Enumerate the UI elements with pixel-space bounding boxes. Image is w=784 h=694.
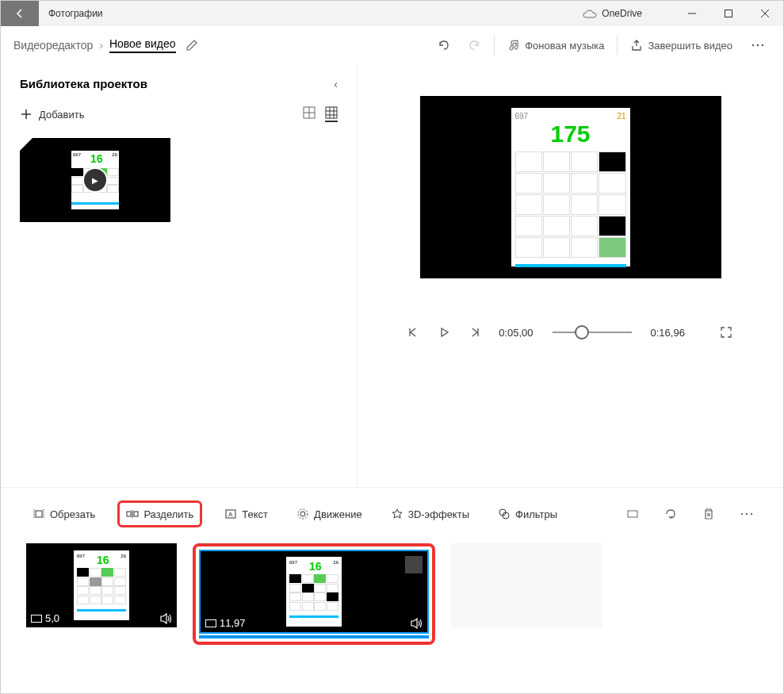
timeline-clip-2[interactable]: 6971626 11,97 <box>193 543 435 645</box>
svg-point-26 <box>298 509 308 519</box>
window-controls <box>674 1 783 26</box>
timeline-panel: Обрезать Разделить A Текст Движение 3D-э… <box>1 487 783 693</box>
current-time: 0:05,00 <box>499 327 533 339</box>
view-large-button[interactable] <box>303 106 316 122</box>
clip-toolbar: Обрезать Разделить A Текст Движение 3D-э… <box>26 500 758 527</box>
seek-slider[interactable] <box>553 332 632 333</box>
breadcrumb: Видеоредактор › Новое видео <box>13 37 176 53</box>
add-media-button[interactable]: Добавить <box>20 108 84 121</box>
onedrive-link[interactable]: OneDrive <box>583 8 642 19</box>
maximize-button[interactable] <box>710 1 747 26</box>
preview-score: 175 <box>515 121 626 148</box>
video-preview[interactable]: 697 21 175 <box>420 96 721 278</box>
svg-rect-1 <box>725 10 732 17</box>
svg-point-30 <box>741 513 743 515</box>
music-icon <box>507 39 520 52</box>
chevron-right-icon: › <box>99 39 103 52</box>
export-icon <box>630 39 643 52</box>
svg-point-6 <box>762 44 763 46</box>
prev-frame-button[interactable] <box>408 327 419 338</box>
text-icon: A <box>224 508 237 520</box>
play-icon: ▶ <box>82 167 108 193</box>
rotate-button[interactable] <box>660 503 682 525</box>
svg-rect-33 <box>32 615 42 622</box>
text-button[interactable]: A Текст <box>218 503 274 525</box>
svg-rect-17 <box>36 511 42 517</box>
audio-icon <box>159 613 172 624</box>
svg-rect-29 <box>628 511 637 517</box>
selection-indicator <box>405 556 423 573</box>
aspect-ratio-button[interactable] <box>621 503 644 525</box>
filters-button[interactable]: Фильтры <box>491 503 564 525</box>
split-icon <box>126 508 139 520</box>
svg-point-5 <box>757 44 759 46</box>
timeline-placeholder[interactable] <box>451 543 602 627</box>
undo-button[interactable] <box>430 33 456 58</box>
view-grid-button[interactable] <box>325 106 338 122</box>
titlebar: Фотографии OneDrive <box>1 1 783 26</box>
back-button[interactable] <box>1 1 39 26</box>
svg-rect-21 <box>134 512 138 516</box>
player-controls: 0:05,00 0:16,96 <box>373 326 767 339</box>
edit-title-button[interactable] <box>185 39 198 52</box>
motion-button[interactable]: Движение <box>290 503 369 525</box>
library-clip[interactable]: 6971626 ▶ <box>20 138 170 222</box>
audio-icon <box>410 618 423 629</box>
trim-icon <box>33 508 45 520</box>
svg-rect-12 <box>326 107 337 118</box>
trim-button[interactable]: Обрезать <box>26 503 101 525</box>
fullscreen-button[interactable] <box>720 326 732 339</box>
svg-text:A: A <box>228 511 233 518</box>
minimize-button[interactable] <box>674 1 710 26</box>
svg-point-31 <box>746 513 748 515</box>
svg-point-32 <box>751 513 752 515</box>
video-icon <box>205 619 216 627</box>
app-title: Фотографии <box>39 8 583 19</box>
svg-point-25 <box>300 512 305 516</box>
effects-icon <box>391 508 403 520</box>
library-title: Библиотека проектов <box>20 77 147 90</box>
filters-icon <box>498 508 511 520</box>
cloud-icon <box>583 9 597 18</box>
svg-rect-20 <box>127 512 131 516</box>
breadcrumb-editor[interactable]: Видеоредактор <box>13 39 93 52</box>
more-button[interactable] <box>745 37 771 53</box>
project-title[interactable]: Новое видео <box>109 37 176 53</box>
video-icon <box>31 615 42 623</box>
total-time: 0:16,96 <box>651 327 685 339</box>
timeline-clip-1[interactable]: 6971626 5,0 <box>26 543 177 645</box>
topbar: Видеоредактор › Новое видео Фоновая музы… <box>1 26 783 64</box>
preview-area: 697 21 175 0:05,00 0:16,96 <box>358 64 783 487</box>
svg-point-4 <box>752 44 754 46</box>
svg-rect-34 <box>206 619 216 627</box>
play-button[interactable] <box>438 327 449 338</box>
delete-button[interactable] <box>698 503 720 525</box>
3d-effects-button[interactable]: 3D-эффекты <box>384 503 476 525</box>
close-button[interactable] <box>747 1 783 26</box>
background-music-button[interactable]: Фоновая музыка <box>501 33 610 58</box>
finish-video-button[interactable]: Завершить видео <box>624 33 739 58</box>
next-frame-button[interactable] <box>468 327 480 338</box>
plus-icon <box>20 108 33 121</box>
clip-more-button[interactable] <box>736 508 758 520</box>
library-collapse-button[interactable]: ‹ <box>334 78 338 90</box>
motion-icon <box>296 508 309 520</box>
split-button[interactable]: Разделить <box>117 500 202 527</box>
project-library-panel: Библиотека проектов ‹ Добавить 6971626 <box>1 64 358 487</box>
redo-button[interactable] <box>462 33 488 58</box>
